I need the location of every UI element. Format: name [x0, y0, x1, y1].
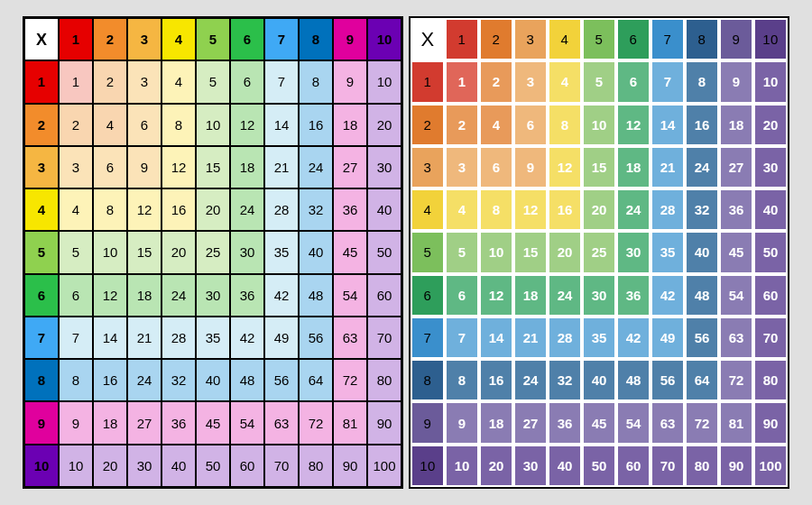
value-cell: 24 [513, 359, 548, 401]
value-cell: 32 [685, 188, 719, 231]
value-cell: 56 [651, 359, 685, 401]
value-cell: 15 [196, 146, 230, 188]
value-cell: 81 [333, 401, 367, 444]
row-header: 10 [24, 445, 59, 487]
value-cell: 27 [513, 401, 548, 444]
row-header: 6 [24, 274, 59, 317]
value-cell: 40 [161, 445, 196, 487]
value-cell: 25 [582, 231, 616, 273]
value-cell: 30 [753, 146, 788, 188]
value-cell: 10 [196, 104, 230, 146]
value-cell: 16 [479, 359, 513, 401]
col-header: 6 [616, 18, 651, 60]
row-header: 9 [24, 401, 59, 444]
value-cell: 64 [685, 359, 719, 401]
value-cell: 45 [196, 401, 230, 444]
value-cell: 63 [333, 317, 367, 359]
value-cell: 27 [719, 146, 753, 188]
value-cell: 18 [230, 146, 264, 188]
value-cell: 54 [719, 274, 753, 317]
value-cell: 8 [479, 188, 513, 231]
value-cell: 81 [719, 401, 753, 444]
value-cell: 80 [299, 445, 333, 487]
value-cell: 20 [93, 445, 127, 487]
value-cell: 3 [59, 146, 93, 188]
value-cell: 80 [367, 359, 401, 401]
value-cell: 8 [93, 188, 127, 231]
col-header: 2 [479, 18, 513, 60]
value-cell: 48 [616, 359, 651, 401]
value-cell: 42 [264, 274, 299, 317]
value-cell: 14 [651, 104, 685, 146]
value-cell: 15 [582, 146, 616, 188]
value-cell: 1 [445, 60, 479, 103]
value-cell: 12 [479, 274, 513, 317]
value-cell: 70 [651, 445, 685, 487]
value-cell: 20 [367, 104, 401, 146]
col-header: 10 [367, 18, 401, 60]
value-cell: 60 [367, 274, 401, 317]
value-cell: 40 [367, 188, 401, 231]
row-header: 7 [24, 317, 59, 359]
value-cell: 45 [582, 401, 616, 444]
value-cell: 45 [719, 231, 753, 273]
value-cell: 8 [299, 60, 333, 103]
value-cell: 20 [196, 188, 230, 231]
value-cell: 36 [161, 401, 196, 444]
col-header: 6 [230, 18, 264, 60]
value-cell: 48 [299, 274, 333, 317]
value-cell: 10 [445, 445, 479, 487]
value-cell: 12 [161, 146, 196, 188]
value-cell: 1 [59, 60, 93, 103]
value-cell: 40 [753, 188, 788, 231]
col-header: 5 [582, 18, 616, 60]
value-cell: 10 [582, 104, 616, 146]
value-cell: 25 [196, 231, 230, 273]
value-cell: 60 [616, 445, 651, 487]
value-cell: 36 [333, 188, 367, 231]
value-cell: 36 [719, 188, 753, 231]
value-cell: 6 [127, 104, 161, 146]
value-cell: 40 [299, 231, 333, 273]
value-cell: 30 [196, 274, 230, 317]
row-header: 10 [411, 445, 445, 487]
value-cell: 8 [59, 359, 93, 401]
corner-label: X [411, 18, 445, 60]
value-cell: 28 [548, 317, 582, 359]
value-cell: 18 [127, 274, 161, 317]
value-cell: 12 [230, 104, 264, 146]
col-header: 9 [719, 18, 753, 60]
col-header: 7 [651, 18, 685, 60]
value-cell: 28 [651, 188, 685, 231]
value-cell: 30 [582, 274, 616, 317]
value-cell: 10 [59, 445, 93, 487]
value-cell: 48 [685, 274, 719, 317]
value-cell: 16 [93, 359, 127, 401]
value-cell: 6 [445, 274, 479, 317]
value-cell: 100 [753, 445, 788, 487]
value-cell: 10 [753, 60, 788, 103]
value-cell: 100 [367, 445, 401, 487]
value-cell: 7 [445, 317, 479, 359]
row-header: 7 [411, 317, 445, 359]
value-cell: 18 [513, 274, 548, 317]
value-cell: 27 [333, 146, 367, 188]
value-cell: 4 [445, 188, 479, 231]
value-cell: 16 [685, 104, 719, 146]
value-cell: 8 [161, 104, 196, 146]
value-cell: 32 [161, 359, 196, 401]
value-cell: 20 [753, 104, 788, 146]
value-cell: 5 [445, 231, 479, 273]
value-cell: 63 [651, 401, 685, 444]
value-cell: 40 [196, 359, 230, 401]
value-cell: 7 [264, 60, 299, 103]
value-cell: 24 [299, 146, 333, 188]
value-cell: 70 [367, 317, 401, 359]
value-cell: 14 [479, 317, 513, 359]
value-cell: 20 [548, 231, 582, 273]
value-cell: 50 [582, 445, 616, 487]
value-cell: 18 [616, 146, 651, 188]
value-cell: 72 [685, 401, 719, 444]
value-cell: 35 [651, 231, 685, 273]
row-header: 9 [411, 401, 445, 444]
